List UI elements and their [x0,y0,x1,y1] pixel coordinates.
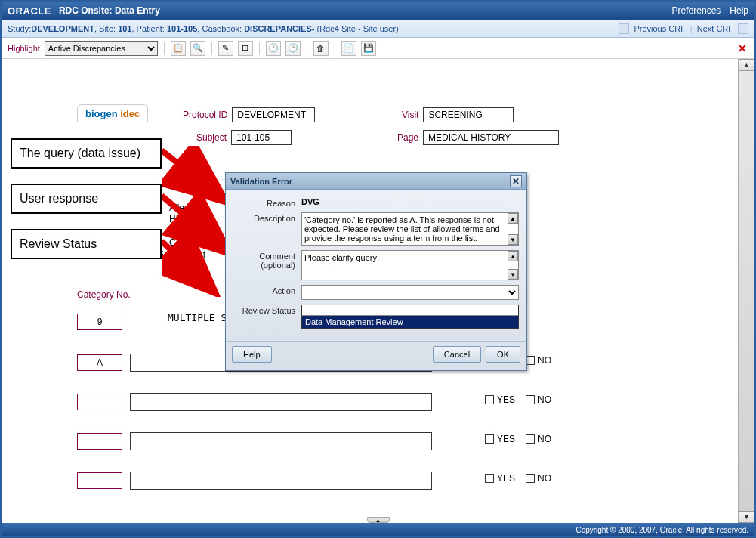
ok-button[interactable]: OK [486,346,520,363]
scroll-up-icon[interactable]: ▲ [739,59,754,71]
review-status-label: Review Status [233,305,301,315]
visit-field[interactable]: SCREENING [423,107,514,122]
yes-checkbox[interactable] [485,434,494,444]
arrow-icon [162,237,222,297]
app-title: RDC Onsite: Data Entry [59,5,160,16]
category-input-1[interactable] [77,314,122,330]
page-field[interactable]: MEDICAL HISTORY [423,130,559,145]
previous-crf-link[interactable]: Previous CRF [634,24,685,33]
category-no-label: Category No. [77,289,131,300]
scroll-down-icon[interactable]: ▼ [508,234,518,245]
yes-checkbox[interactable] [485,395,494,404]
toolbar-icon-2[interactable]: 🔍 [190,41,205,56]
dialog-close-icon[interactable]: ✕ [510,175,522,187]
oracle-logo: ORACLE [8,5,51,17]
preferences-link[interactable]: Preferences [672,5,721,16]
cancel-button[interactable]: Cancel [433,346,481,363]
biogen-logo: biogen idec [77,104,148,122]
resize-handle-icon[interactable]: ▲ [367,517,390,523]
visit-label: Visit [402,110,418,120]
toolbar-icon-5[interactable]: 🕐 [266,41,281,56]
study-value: DEVELOPMENT [31,24,94,33]
casebook-label: Casebook: [202,24,242,33]
next-crf-link[interactable]: Next CRF [697,24,733,33]
scroll-up-icon[interactable]: ▲ [508,251,518,261]
review-status-dropdown[interactable]: Data Management Review [301,305,519,329]
protocol-field[interactable]: DEVELOPMENT [232,107,315,122]
desc-input-5[interactable] [130,472,432,490]
toolbar-icon-3[interactable]: ✎ [218,41,233,56]
patient-value: 101-105 [167,24,197,33]
category-input-5[interactable] [77,472,122,489]
scroll-down-icon[interactable]: ▼ [508,269,518,280]
category-input-4[interactable] [77,433,122,450]
save-icon[interactable]: 💾 [361,41,376,56]
form-canvas: biogen idec Protocol ID DEVELOPMENT Visi… [2,59,738,523]
protocol-label: Protocol ID [183,110,227,120]
highlight-select[interactable]: Active Discrepancies [45,41,158,56]
help-button[interactable]: Help [232,346,272,363]
no-checkbox[interactable] [526,434,535,444]
footer: Copyright © 2000, 2007, Oracle. All righ… [2,523,754,536]
action-select[interactable] [301,285,519,300]
scroll-up-icon[interactable]: ▲ [508,213,518,224]
category-input-3[interactable] [77,394,122,410]
description-label: Description [233,212,301,223]
review-status-selected[interactable]: Data Management Review [302,316,518,328]
annotation-query: The query (data issue) [11,138,162,169]
dialog-title: Validation Error [230,177,292,186]
svg-line-1 [162,150,218,196]
casebook-value: DISCREPANCIES- [244,24,314,33]
action-label: Action [233,285,301,295]
comment-textarea[interactable]: Please clarify query [301,250,519,280]
yes-checkbox[interactable] [485,474,494,483]
dialog-titlebar[interactable]: Validation Error ✕ [226,173,526,190]
close-icon[interactable]: ✕ [735,42,750,54]
copyright-text: Copyright © 2000, 2007, Oracle. All righ… [575,526,748,534]
study-bar: Study: DEVELOPMENT, Site: 101, Patient: … [2,20,754,38]
multiple-s-text: MULTIPLE S [168,312,227,323]
trash-icon[interactable]: 🗑 [313,41,329,56]
next-crf-icon[interactable] [738,23,748,34]
prev-crf-icon[interactable] [619,23,629,34]
validation-error-dialog: Validation Error ✕ Reason DVG Descriptio… [225,172,527,371]
no-checkbox[interactable] [526,474,535,483]
toolbar-icon-6[interactable]: 🕑 [285,41,301,56]
svg-line-3 [162,241,208,286]
toolbar: Highlight Active Discrepancies 📋 🔍 ✎ ⊞ 🕐… [2,38,754,59]
study-label: Study: [8,24,31,33]
page-label: Page [397,132,418,143]
reason-label: Reason [233,197,301,208]
description-textarea[interactable]: 'Category no.' is reported as A. This re… [301,212,519,246]
category-input-2[interactable] [77,354,122,371]
highlight-label: Highlight [8,44,40,53]
site-label: Site: [99,24,116,33]
annotation-response: User response [11,184,162,214]
vertical-scrollbar[interactable]: ▲ ▼ [738,59,754,523]
no-checkbox[interactable] [526,395,535,404]
site-value: 101 [118,24,131,33]
toolbar-icon-4[interactable]: ⊞ [238,41,253,56]
patient-label: Patient: [137,24,165,33]
comment-label: Comment (optional) [233,250,301,270]
annotation-status: Review Status [11,229,162,259]
help-link[interactable]: Help [730,5,748,16]
desc-input-4[interactable] [130,432,432,450]
scroll-down-icon[interactable]: ▼ [739,511,754,523]
subject-field[interactable]: 101-105 [231,130,292,145]
subject-label: Subject [196,132,227,143]
desc-input-3[interactable] [130,393,432,411]
titlebar: ORACLE RDC Onsite: Data Entry Preference… [2,2,754,20]
toolbar-icon-7[interactable]: 📄 [341,41,356,56]
reason-value: DVG [301,197,319,206]
role-text: (Rdc4 Site - Site user) [317,24,399,33]
toolbar-icon-1[interactable]: 📋 [171,41,186,56]
